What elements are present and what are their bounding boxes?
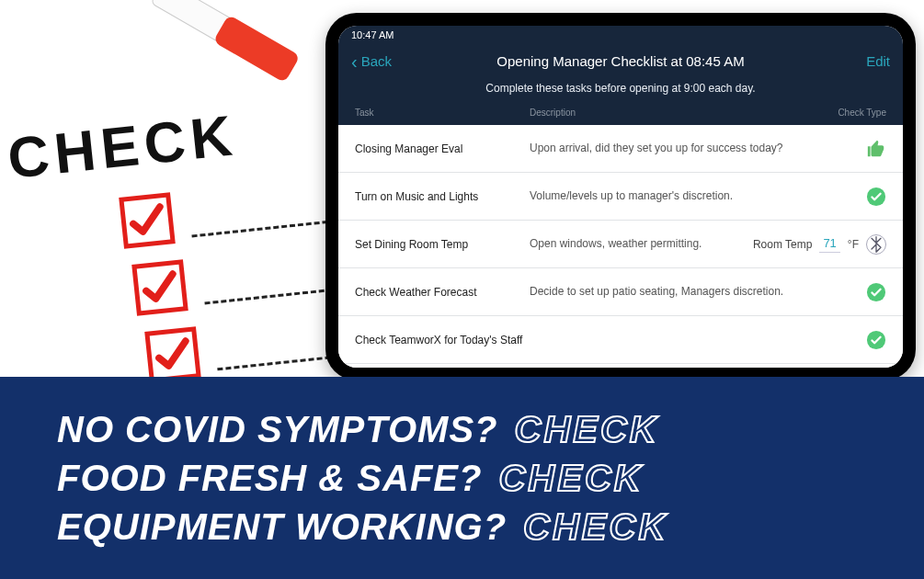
banner-question: EQUIPMENT WORKING? [57, 506, 507, 548]
back-label: Back [361, 53, 392, 69]
temp-readout: Room Temp71°F [753, 236, 859, 253]
bluetooth-icon[interactable] [866, 234, 886, 255]
back-button[interactable]: ‹ Back [351, 53, 392, 69]
task-name: Turn on Music and Lights [355, 190, 530, 203]
task-description: Open windows, weather permitting. [530, 236, 753, 251]
check-heading: CHECK [5, 102, 241, 191]
check-circle-icon[interactable] [866, 187, 886, 207]
stage: CHECK 10:47 AM ‹ Back Edit Opening Manag… [0, 0, 924, 579]
temp-value[interactable]: 71 [819, 236, 839, 253]
table-row[interactable]: Closing Manager EvalUpon arrival, did th… [338, 125, 903, 173]
banner-line: NO COVID SYMPTOMS? CHECK [57, 409, 867, 450]
table-row[interactable]: Turn on Music and LightsVolume/levels up… [338, 173, 903, 221]
banner-line: EQUIPMENT WORKING? CHECK [57, 506, 867, 548]
check-circle-icon[interactable] [866, 282, 886, 302]
task-name: Closing Manager Eval [355, 142, 530, 155]
task-description: Decide to set up patio seating, Managers… [530, 284, 859, 299]
column-headers: Task Description Check Type [338, 102, 903, 125]
checkbox-icon [144, 326, 201, 383]
task-name: Check TeamworX for Today's Staff [355, 334, 530, 346]
banner-answer: CHECK [515, 409, 659, 450]
check-circle-icon[interactable] [866, 330, 886, 350]
status-time: 10:47 AM [351, 29, 394, 40]
checkbox-icon [131, 259, 188, 316]
task-name: Set Dining Room Temp [355, 238, 530, 251]
status-bar: 10:47 AM [338, 26, 903, 44]
table-row[interactable]: Set Dining Room TempOpen windows, weathe… [338, 221, 903, 268]
banner-question: NO COVID SYMPTOMS? [57, 409, 498, 450]
col-desc: Description [530, 108, 822, 118]
marker-illustration [76, 0, 291, 112]
tablet-frame: 10:47 AM ‹ Back Edit Opening Manager Che… [325, 13, 916, 380]
task-description: Upon arrival, did they set you up for su… [530, 141, 859, 155]
table-row[interactable]: Check Weather ForecastDecide to set up p… [338, 268, 903, 316]
col-type: Check Type [822, 108, 886, 118]
task-description: Volume/levels up to manager's discretion… [530, 188, 859, 203]
col-task: Task [355, 108, 530, 118]
banner-question: FOOD FRESH & SAFE? [57, 458, 482, 499]
banner-line: FOOD FRESH & SAFE? CHECK [57, 458, 867, 499]
checkbox-icon [119, 192, 176, 249]
edit-button[interactable]: Edit [866, 53, 890, 69]
banner-answer: CHECK [498, 458, 643, 499]
task-list: Closing Manager EvalUpon arrival, did th… [338, 125, 903, 368]
tablet-screen: 10:47 AM ‹ Back Edit Opening Manager Che… [338, 26, 903, 368]
temp-unit: °F [848, 238, 859, 251]
banner-answer: CHECK [523, 506, 667, 548]
table-row[interactable]: Check TeamworX for Today's Staff [338, 316, 903, 364]
task-name: Check Weather Forecast [355, 286, 530, 299]
thumbs-up-icon[interactable] [866, 139, 886, 159]
temp-label: Room Temp [753, 238, 812, 251]
promo-banner: NO COVID SYMPTOMS? CHECK FOOD FRESH & SA… [0, 377, 924, 579]
page-subtitle: Complete these tasks before opening at 9… [351, 82, 890, 95]
nav-bar: ‹ Back Edit Opening Manager Checklist at… [338, 44, 903, 102]
